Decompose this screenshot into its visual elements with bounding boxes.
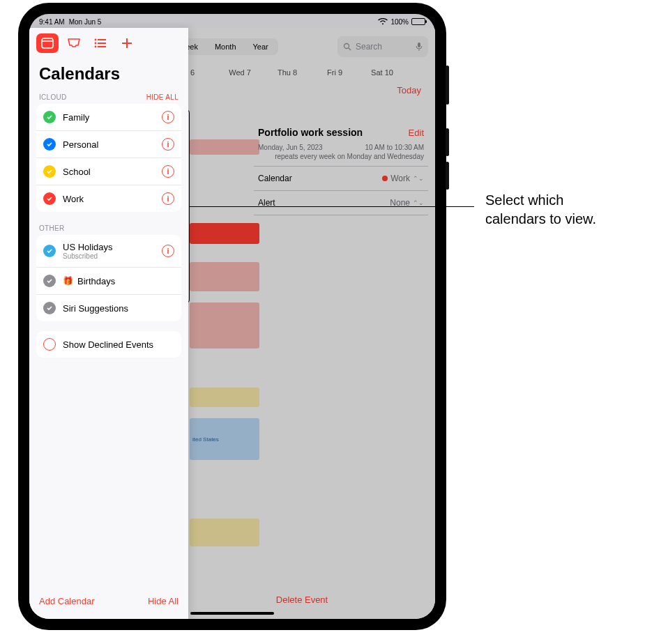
show-declined-label: Show Declined Events <box>63 339 174 350</box>
battery-percent: 100% <box>390 18 409 26</box>
search-placeholder: Search <box>356 42 382 52</box>
sidebar-title: Calendars <box>29 59 188 91</box>
svg-rect-10 <box>98 46 106 47</box>
section-header-other: OTHER <box>29 222 188 235</box>
checkmark-icon[interactable] <box>43 192 56 205</box>
callout-text: Select which calendars to view. <box>485 191 596 229</box>
add-calendar-button[interactable]: Add Calendar <box>39 596 95 606</box>
svg-point-9 <box>95 46 97 48</box>
calendar-grid-icon[interactable] <box>36 33 59 53</box>
day-fri9[interactable]: Fri 9 <box>311 68 358 77</box>
chevron-updown-icon: ⌃⌄ <box>413 199 424 206</box>
sidebar-toolbar <box>29 28 188 59</box>
calendar-item-work[interactable]: Work i <box>36 185 181 212</box>
calendars-sidebar: Calendars ICLOUD HIDE ALL Family i <box>29 28 188 619</box>
info-icon[interactable]: i <box>162 192 174 205</box>
svg-point-0 <box>344 44 349 49</box>
info-icon[interactable]: i <box>162 138 174 151</box>
show-declined-list: Show Declined Events <box>36 331 181 358</box>
delete-event-button[interactable]: Delete Event <box>276 595 328 605</box>
info-icon[interactable]: i <box>162 165 174 178</box>
add-icon[interactable] <box>116 33 138 53</box>
day-thu8[interactable]: Thu 8 <box>264 68 311 77</box>
calendar-item-personal[interactable]: Personal i <box>36 131 181 158</box>
hide-all-button[interactable]: Hide All <box>148 596 179 606</box>
checkmark-icon[interactable] <box>43 165 56 178</box>
day-sat10[interactable]: Sat 10 <box>358 68 406 77</box>
calendar-item-birthdays[interactable]: 🎁 Birthdays <box>36 268 181 295</box>
calendar-item-us-holidays[interactable]: US Holidays Subscribed i <box>36 235 181 268</box>
calendar-color-dot <box>382 176 388 181</box>
checkmark-icon[interactable] <box>43 302 56 314</box>
checkmark-icon[interactable] <box>43 138 56 151</box>
segment-month[interactable]: Month <box>206 40 245 54</box>
icloud-calendar-list: Family i Personal i School <box>36 104 181 212</box>
svg-point-5 <box>95 39 97 41</box>
svg-rect-6 <box>98 39 106 40</box>
event-block[interactable] <box>190 519 259 546</box>
svg-line-1 <box>349 48 351 50</box>
calendar-sublabel: Subscribed <box>63 252 155 260</box>
today-button[interactable]: Today <box>397 85 421 95</box>
mic-icon[interactable] <box>416 42 423 52</box>
volume-up-button <box>446 128 449 156</box>
info-icon[interactable]: i <box>162 111 174 123</box>
svg-point-7 <box>95 43 97 45</box>
status-time: 9:41 AM <box>39 18 65 26</box>
calendar-label: Siri Suggestions <box>63 303 174 314</box>
event-block[interactable] <box>190 302 259 348</box>
search-field[interactable]: Search <box>337 36 428 57</box>
volume-down-button <box>446 162 449 190</box>
calendar-item-school[interactable]: School i <box>36 158 181 185</box>
calendar-label: Birthdays <box>77 276 174 286</box>
wifi-icon <box>378 18 388 25</box>
bezel: 9:41 AM Mon Jun 5 100% ••• Week Mon <box>24 8 441 624</box>
event-block[interactable] <box>190 262 259 291</box>
svg-rect-3 <box>42 38 53 48</box>
event-time: 10 AM to 10:30 AM <box>365 144 425 151</box>
callout-line1: Select which <box>485 191 596 210</box>
event-calendar-row[interactable]: Calendar Work ⌃⌄ <box>254 166 428 190</box>
status-bar: 9:41 AM Mon Jun 5 100% <box>29 14 435 28</box>
ipad-device: 9:41 AM Mon Jun 5 100% ••• Week Mon <box>18 3 446 630</box>
other-calendar-list: US Holidays Subscribed i 🎁 Birthdays <box>36 235 181 321</box>
calendar-item-siri[interactable]: Siri Suggestions <box>36 295 181 321</box>
event-block[interactable]: ited States <box>190 418 259 460</box>
unchecked-circle-icon[interactable] <box>43 338 56 351</box>
checkmark-icon[interactable] <box>43 245 56 257</box>
event-calendar-label: Calendar <box>258 174 292 183</box>
calendar-item-family[interactable]: Family i <box>36 104 181 131</box>
event-alert-row[interactable]: Alert None ⌃⌄ <box>254 190 428 215</box>
calendar-label: Work <box>63 194 155 204</box>
section-label: OTHER <box>39 224 65 232</box>
calendar-label: Personal <box>63 139 155 150</box>
event-block[interactable] <box>190 388 259 407</box>
list-icon[interactable] <box>89 33 112 53</box>
event-date: Monday, Jun 5, 2023 <box>258 144 323 151</box>
search-icon <box>343 43 351 51</box>
edit-button[interactable]: Edit <box>409 128 424 138</box>
checkmark-icon[interactable] <box>43 111 56 123</box>
power-button <box>446 66 449 105</box>
hide-all-icloud-button[interactable]: HIDE ALL <box>146 93 179 101</box>
battery-icon <box>411 18 425 25</box>
svg-rect-8 <box>98 43 106 44</box>
gift-icon: 🎁 <box>63 276 73 286</box>
info-icon[interactable]: i <box>162 245 174 257</box>
section-label: ICLOUD <box>39 93 67 101</box>
calendar-label: Family <box>63 112 155 123</box>
home-indicator[interactable] <box>190 612 274 615</box>
day-wed7[interactable]: Wed 7 <box>216 68 264 77</box>
segment-year[interactable]: Year <box>245 40 277 54</box>
screen: 9:41 AM Mon Jun 5 100% ••• Week Mon <box>29 14 435 619</box>
calendar-label: School <box>63 167 155 177</box>
inbox-icon[interactable] <box>63 33 85 53</box>
show-declined-toggle[interactable]: Show Declined Events <box>36 331 181 358</box>
callout-line2: calendars to view. <box>485 210 596 229</box>
checkmark-icon[interactable] <box>43 275 56 287</box>
callout-line <box>190 206 474 207</box>
chevron-updown-icon: ⌃⌄ <box>413 175 424 182</box>
event-block[interactable] <box>190 223 259 244</box>
calendar-label: US Holidays <box>63 242 155 252</box>
event-block[interactable] <box>190 139 259 155</box>
